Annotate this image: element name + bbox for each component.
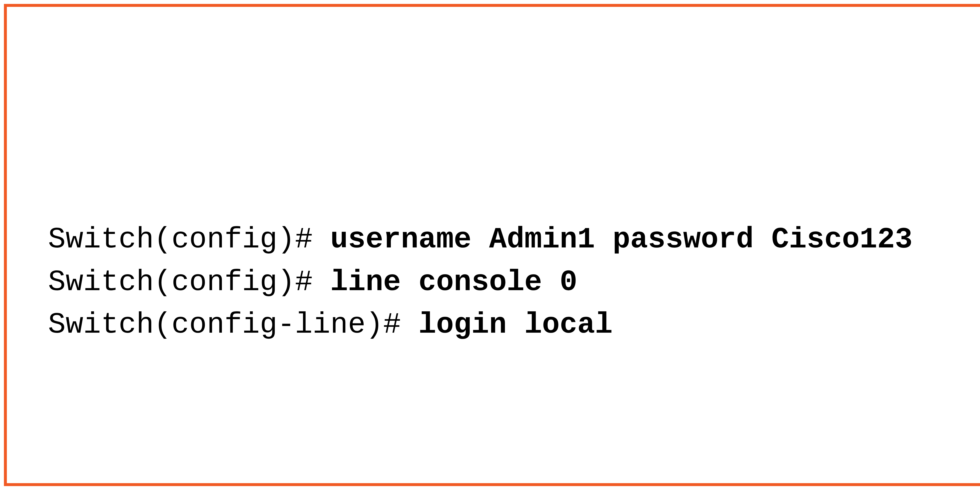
cli-prompt: Switch(config-line)# <box>48 308 418 341</box>
cli-prompt: Switch(config)# <box>48 266 330 299</box>
cli-command: login local <box>418 308 612 341</box>
document-frame: PIVIT Switch(config)# username Admin1 pa… <box>4 4 980 486</box>
cli-command: line console 0 <box>330 266 577 299</box>
cli-code-block: Switch(config)# username Admin1 password… <box>48 219 913 346</box>
cli-line: Switch(config)# line console 0 <box>48 266 577 299</box>
cli-prompt: Switch(config)# <box>48 223 330 256</box>
cli-line: Switch(config)# username Admin1 password… <box>48 223 913 256</box>
cli-line: Switch(config-line)# login local <box>48 308 612 341</box>
cli-command: username Admin1 password Cisco123 <box>330 223 912 256</box>
